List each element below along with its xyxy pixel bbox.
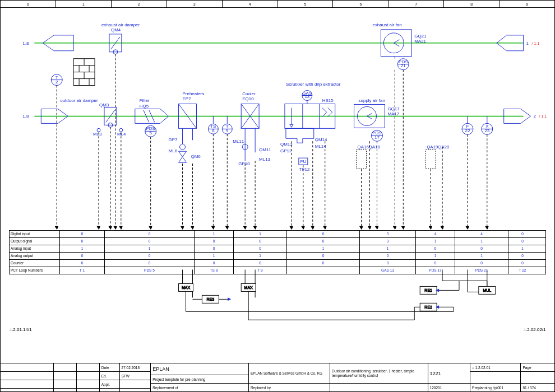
ruler-cell: 2 [112, 1, 167, 7]
svg-text:RE2: RE2 [424, 305, 432, 309]
crossref-right: =.2.02.02/1 [523, 327, 546, 332]
ruler-cell: 5 [278, 1, 334, 7]
wire-suffix: / 1.1 [539, 114, 547, 118]
svg-text:ML13: ML13 [259, 157, 271, 162]
exhaust-fan-tag1: GQ21 [414, 34, 427, 39]
drawing-area: 1.8 1 / 1.1 exhaust air damper QM4 exhau… [1, 7, 554, 363]
ruler-cell: 3 [167, 1, 223, 7]
svg-text:QM14: QM14 [315, 137, 327, 142]
svg-text:ML4: ML4 [117, 132, 126, 137]
svg-rect-77 [425, 150, 436, 169]
cooler-tag: EQ10 [242, 96, 254, 101]
pump-icon [180, 144, 186, 150]
ruler-cell: 6 [333, 1, 388, 7]
filter-tag: HQ5 [140, 104, 149, 109]
svg-text:13: 13 [304, 94, 309, 99]
svg-text:GP7: GP7 [169, 137, 178, 142]
signal-table: Digital input001103440 Output digital000… [9, 230, 546, 274]
svg-text:GP12: GP12 [280, 148, 292, 153]
wall-icon [73, 59, 95, 86]
svg-text:RE3: RE3 [207, 297, 215, 301]
outdoor-damper-tag: QM3 [99, 102, 109, 108]
ruler-cell: 4 [223, 1, 278, 7]
crossref-left: =.2.01.14/1 [10, 327, 33, 332]
schematic-svg: 1.8 1 / 1.1 exhaust air damper QM4 exhau… [1, 7, 554, 363]
filter-label: Filter [140, 98, 150, 103]
tb-editor: STW [120, 372, 151, 380]
preheaters-label: Preheaters [183, 91, 205, 96]
svg-text:ML14: ML14 [315, 144, 327, 149]
exhaust-damper-label: exhaust air damper [101, 22, 140, 27]
svg-text:MAX: MAX [244, 286, 253, 290]
wire-suffix: / 1.1 [532, 41, 540, 45]
supply-fan-label: supply air fan [359, 98, 385, 103]
wire-label: 2 [534, 114, 536, 119]
svg-text:QM13: QM13 [280, 142, 293, 147]
svg-text:17: 17 [374, 135, 380, 140]
wire-label: 1.8 [22, 114, 29, 119]
svg-text:22: 22 [465, 128, 470, 133]
svg-text:FU: FU [300, 159, 307, 164]
tb-company: EPLAN [151, 363, 248, 375]
tb-docno: 1221 [428, 363, 470, 384]
sensor-pds21: 21 [401, 63, 406, 68]
svg-text:ML6: ML6 [169, 148, 178, 153]
cooler-label: Cooler [242, 91, 256, 96]
tb-struct: = 1.2.02.01 [470, 363, 520, 372]
svg-text:GP10: GP10 [238, 161, 250, 166]
title-block: Modification Date Name Date Ed. Appr. Or… [1, 363, 554, 391]
drawing-sheet: 0 1 2 3 4 5 6 7 8 9 1.8 1 / 1.1 exhaust … [0, 0, 555, 392]
preheaters-tag: EP7 [183, 96, 192, 101]
sensor-pds5: 5 [149, 130, 152, 136]
tb-page: 81 / 374 [521, 384, 554, 391]
svg-text:ML3: ML3 [93, 132, 102, 137]
svg-text:MUL: MUL [483, 288, 491, 292]
exhaust-fan-tag2: MA21 [414, 39, 426, 44]
svg-text:ML11: ML11 [233, 139, 244, 144]
scrubber-tag: HS15 [322, 98, 334, 103]
tb-subtitle: Project template for pre-planning [151, 375, 248, 384]
ruler-cell: 0 [1, 1, 56, 7]
svg-text:QA19: QA19 [427, 144, 438, 150]
exhaust-fan-label: exhaust air fan [372, 22, 401, 27]
wire-label: 1.8 [22, 41, 29, 46]
tb-description: Outdoor air conditioning, scrubber, 1 he… [330, 363, 428, 384]
tb-page-label: Page [521, 363, 554, 372]
svg-rect-74 [357, 150, 367, 169]
exhaust-damper-tag: QM4 [111, 27, 121, 32]
svg-text:QM6: QM6 [191, 154, 201, 159]
svg-text:MAX: MAX [182, 286, 190, 290]
ruler-cell: 9 [499, 1, 554, 7]
svg-text:QA16: QA16 [358, 144, 369, 150]
scrubber-label: Scrubber with drip extractor [286, 82, 341, 87]
tb-owner: EPLAN Software & Service GmbH & Co. KG [249, 363, 330, 384]
ruler-cell: 1 [56, 1, 112, 7]
signal-descenders [55, 54, 489, 230]
svg-text:QM11: QM11 [259, 147, 271, 152]
sensor-t2: 2 [55, 80, 58, 85]
svg-text:9: 9 [226, 128, 229, 133]
wire-label: 1 [526, 41, 529, 46]
tb-date: 27.02.2018 [120, 363, 151, 372]
svg-text:QA20: QA20 [438, 144, 450, 150]
control-logic: MAX MAX RE3 RE1 RE2 MUL [179, 270, 496, 320]
svg-text:23: 23 [484, 128, 489, 133]
ruler-cell: 8 [444, 1, 499, 7]
svg-text:MA17: MA17 [387, 111, 399, 116]
svg-text:GQ17: GQ17 [387, 106, 400, 111]
svg-text:QA18: QA18 [368, 144, 380, 150]
footer-modification: Modification [1, 389, 53, 392]
svg-text:RE1: RE1 [424, 288, 432, 292]
svg-text:TF12: TF12 [299, 167, 310, 172]
outdoor-damper-label: outdoor air damper [60, 98, 98, 103]
valve-icon [179, 151, 187, 162]
svg-text:8: 8 [212, 128, 215, 133]
ruler-cell: 7 [388, 1, 444, 7]
